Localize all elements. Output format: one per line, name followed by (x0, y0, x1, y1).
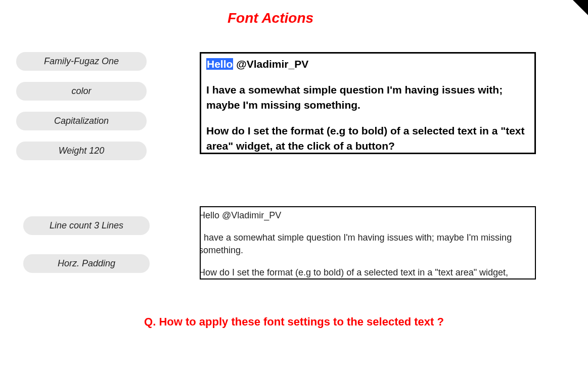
page-title: Font Actions (228, 10, 313, 26)
font-capitalization-button[interactable]: Capitalization (16, 112, 147, 130)
horz-padding-button[interactable]: Horz. Padding (23, 254, 150, 273)
font-color-button[interactable]: color (16, 82, 147, 101)
corner-decoration (573, 0, 588, 15)
text-area-normal[interactable]: Hello @Vladimir_PV I have a somewhat sim… (200, 206, 536, 279)
font-weight-button[interactable]: Weight 120 (16, 142, 147, 160)
text-area-bold-para2: I have a somewhat simple question I'm ha… (206, 82, 529, 112)
text-area-normal-para2: I have a somewhat simple question I'm ha… (200, 231, 535, 256)
mention-text: @Vladimir_PV (233, 58, 308, 70)
line-count-button[interactable]: Line count 3 Lines (23, 216, 150, 235)
question-text: Q. How to apply these font settings to t… (0, 315, 588, 329)
font-family-button[interactable]: Family-Fugaz One (16, 52, 147, 71)
layout-actions-group: Line count 3 Lines Horz. Padding (23, 216, 150, 273)
text-area-normal-para1: Hello @Vladimir_PV (200, 209, 535, 221)
text-area-bold-para3: How do I set the format (e.g to bold) of… (206, 123, 529, 153)
font-actions-group: Family-Fugaz One color Capitalization We… (16, 52, 147, 160)
text-area-normal-para3: How do I set the format (e.g to bold) of… (200, 266, 535, 278)
selected-text-highlight: Hello (206, 58, 233, 70)
text-area-bold[interactable]: Hello @Vladimir_PV I have a somewhat sim… (200, 52, 536, 154)
text-area-bold-line1: Hello @Vladimir_PV (206, 57, 529, 71)
